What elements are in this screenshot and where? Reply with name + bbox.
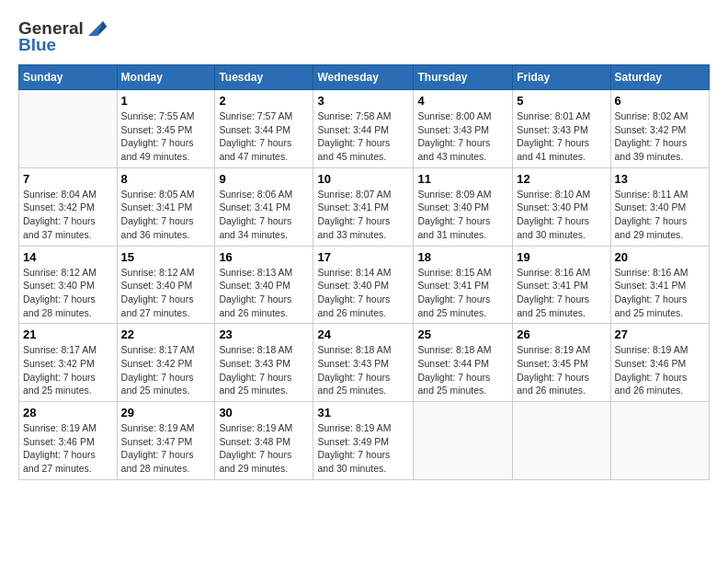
- day-info: Sunrise: 8:11 AM Sunset: 3:40 PM Dayligh…: [615, 188, 705, 242]
- day-number: 23: [219, 327, 309, 341]
- day-number: 12: [517, 172, 606, 186]
- calendar-header-monday: Monday: [117, 65, 215, 90]
- calendar-cell: [414, 402, 513, 480]
- day-info: Sunrise: 8:15 AM Sunset: 3:41 PM Dayligh…: [417, 266, 508, 320]
- calendar-cell: 3Sunrise: 7:58 AM Sunset: 3:44 PM Daylig…: [313, 90, 414, 168]
- calendar-cell: 12Sunrise: 8:10 AM Sunset: 3:40 PM Dayli…: [513, 167, 610, 246]
- calendar-cell: 9Sunrise: 8:06 AM Sunset: 3:41 PM Daylig…: [215, 167, 313, 246]
- day-number: 9: [219, 172, 309, 186]
- calendar-cell: 6Sunrise: 8:02 AM Sunset: 3:42 PM Daylig…: [610, 90, 709, 168]
- day-info: Sunrise: 8:17 AM Sunset: 3:42 PM Dayligh…: [121, 343, 211, 397]
- calendar-cell: 5Sunrise: 8:01 AM Sunset: 3:43 PM Daylig…: [513, 90, 610, 168]
- day-number: 17: [317, 250, 409, 264]
- day-number: 26: [517, 327, 606, 341]
- page-header: General Blue: [18, 18, 710, 55]
- calendar-cell: 22Sunrise: 8:17 AM Sunset: 3:42 PM Dayli…: [117, 324, 215, 402]
- day-info: Sunrise: 8:18 AM Sunset: 3:43 PM Dayligh…: [317, 343, 409, 397]
- day-info: Sunrise: 8:05 AM Sunset: 3:41 PM Dayligh…: [121, 188, 211, 242]
- day-number: 1: [121, 94, 211, 108]
- calendar-week-row: 28Sunrise: 8:19 AM Sunset: 3:46 PM Dayli…: [19, 402, 710, 480]
- day-info: Sunrise: 7:58 AM Sunset: 3:44 PM Dayligh…: [317, 109, 409, 164]
- calendar-cell: 23Sunrise: 8:18 AM Sunset: 3:43 PM Dayli…: [215, 324, 313, 402]
- calendar-table: SundayMondayTuesdayWednesdayThursdayFrid…: [18, 64, 710, 480]
- day-info: Sunrise: 8:01 AM Sunset: 3:43 PM Dayligh…: [517, 109, 606, 164]
- calendar-cell: 1Sunrise: 7:55 AM Sunset: 3:45 PM Daylig…: [117, 90, 215, 168]
- day-info: Sunrise: 8:19 AM Sunset: 3:45 PM Dayligh…: [517, 343, 606, 397]
- day-number: 20: [615, 250, 705, 264]
- day-info: Sunrise: 8:16 AM Sunset: 3:41 PM Dayligh…: [615, 266, 705, 320]
- calendar-cell: 4Sunrise: 8:00 AM Sunset: 3:43 PM Daylig…: [414, 90, 513, 168]
- day-number: 24: [317, 327, 409, 341]
- calendar-header-row: SundayMondayTuesdayWednesdayThursdayFrid…: [19, 65, 710, 90]
- day-number: 21: [23, 327, 113, 341]
- calendar-cell: 13Sunrise: 8:11 AM Sunset: 3:40 PM Dayli…: [610, 167, 709, 246]
- day-number: 14: [23, 250, 113, 264]
- calendar-cell: 7Sunrise: 8:04 AM Sunset: 3:42 PM Daylig…: [19, 167, 118, 246]
- day-info: Sunrise: 8:10 AM Sunset: 3:40 PM Dayligh…: [517, 188, 606, 242]
- calendar-week-row: 1Sunrise: 7:55 AM Sunset: 3:45 PM Daylig…: [19, 90, 710, 168]
- calendar-cell: 27Sunrise: 8:19 AM Sunset: 3:46 PM Dayli…: [610, 324, 709, 402]
- day-info: Sunrise: 8:07 AM Sunset: 3:41 PM Dayligh…: [317, 188, 409, 242]
- calendar-cell: 14Sunrise: 8:12 AM Sunset: 3:40 PM Dayli…: [19, 246, 118, 324]
- calendar-cell: 29Sunrise: 8:19 AM Sunset: 3:47 PM Dayli…: [117, 402, 215, 480]
- day-info: Sunrise: 8:17 AM Sunset: 3:42 PM Dayligh…: [23, 343, 113, 397]
- logo-blue-text: Blue: [18, 35, 56, 55]
- calendar-cell: 11Sunrise: 8:09 AM Sunset: 3:40 PM Dayli…: [414, 167, 513, 246]
- day-info: Sunrise: 7:55 AM Sunset: 3:45 PM Dayligh…: [121, 109, 211, 164]
- day-info: Sunrise: 7:57 AM Sunset: 3:44 PM Dayligh…: [219, 109, 309, 164]
- day-info: Sunrise: 8:18 AM Sunset: 3:43 PM Dayligh…: [219, 343, 309, 397]
- calendar-cell: 8Sunrise: 8:05 AM Sunset: 3:41 PM Daylig…: [117, 167, 215, 246]
- day-info: Sunrise: 8:02 AM Sunset: 3:42 PM Dayligh…: [615, 109, 705, 164]
- day-number: 25: [417, 327, 508, 341]
- day-info: Sunrise: 8:18 AM Sunset: 3:44 PM Dayligh…: [417, 343, 508, 397]
- calendar-header-thursday: Thursday: [414, 65, 513, 90]
- day-info: Sunrise: 8:19 AM Sunset: 3:46 PM Dayligh…: [23, 421, 113, 476]
- day-info: Sunrise: 8:19 AM Sunset: 3:46 PM Dayligh…: [615, 343, 705, 397]
- calendar-cell: 21Sunrise: 8:17 AM Sunset: 3:42 PM Dayli…: [19, 324, 118, 402]
- day-number: 13: [615, 172, 705, 186]
- day-number: 29: [121, 406, 211, 419]
- day-number: 4: [417, 94, 508, 108]
- calendar-cell: 19Sunrise: 8:16 AM Sunset: 3:41 PM Dayli…: [513, 246, 610, 324]
- day-info: Sunrise: 8:04 AM Sunset: 3:42 PM Dayligh…: [23, 188, 113, 242]
- day-number: 27: [615, 327, 705, 341]
- calendar-cell: 17Sunrise: 8:14 AM Sunset: 3:40 PM Dayli…: [313, 246, 414, 324]
- day-number: 10: [317, 172, 409, 186]
- day-number: 2: [219, 94, 309, 108]
- logo-icon: [85, 19, 107, 38]
- calendar-header-friday: Friday: [513, 65, 610, 90]
- day-number: 28: [23, 406, 113, 419]
- day-info: Sunrise: 8:12 AM Sunset: 3:40 PM Dayligh…: [121, 266, 211, 320]
- day-info: Sunrise: 8:12 AM Sunset: 3:40 PM Dayligh…: [23, 266, 113, 320]
- calendar-header-wednesday: Wednesday: [313, 65, 414, 90]
- day-number: 8: [121, 172, 211, 186]
- calendar-cell: 26Sunrise: 8:19 AM Sunset: 3:45 PM Dayli…: [513, 324, 610, 402]
- day-info: Sunrise: 8:09 AM Sunset: 3:40 PM Dayligh…: [417, 188, 508, 242]
- calendar-header-tuesday: Tuesday: [215, 65, 313, 90]
- calendar-cell: 16Sunrise: 8:13 AM Sunset: 3:40 PM Dayli…: [215, 246, 313, 324]
- day-number: 30: [219, 406, 309, 419]
- day-info: Sunrise: 8:13 AM Sunset: 3:40 PM Dayligh…: [219, 266, 309, 320]
- logo: General Blue: [18, 18, 107, 55]
- day-info: Sunrise: 8:00 AM Sunset: 3:43 PM Dayligh…: [417, 109, 508, 164]
- day-number: 18: [417, 250, 508, 264]
- calendar-cell: 10Sunrise: 8:07 AM Sunset: 3:41 PM Dayli…: [313, 167, 414, 246]
- day-number: 31: [317, 406, 409, 419]
- calendar-cell: [610, 402, 709, 480]
- calendar-cell: 25Sunrise: 8:18 AM Sunset: 3:44 PM Dayli…: [414, 324, 513, 402]
- calendar-cell: 15Sunrise: 8:12 AM Sunset: 3:40 PM Dayli…: [117, 246, 215, 324]
- calendar-cell: 31Sunrise: 8:19 AM Sunset: 3:49 PM Dayli…: [313, 402, 414, 480]
- day-number: 11: [417, 172, 508, 186]
- calendar-week-row: 21Sunrise: 8:17 AM Sunset: 3:42 PM Dayli…: [19, 324, 710, 402]
- calendar-cell: [513, 402, 610, 480]
- calendar-header-sunday: Sunday: [19, 65, 118, 90]
- calendar-week-row: 7Sunrise: 8:04 AM Sunset: 3:42 PM Daylig…: [19, 167, 710, 246]
- day-info: Sunrise: 8:19 AM Sunset: 3:49 PM Dayligh…: [317, 421, 409, 476]
- day-number: 3: [317, 94, 409, 108]
- day-info: Sunrise: 8:19 AM Sunset: 3:48 PM Dayligh…: [219, 421, 309, 476]
- day-number: 22: [121, 327, 211, 341]
- calendar-cell: 2Sunrise: 7:57 AM Sunset: 3:44 PM Daylig…: [215, 90, 313, 168]
- calendar-cell: 18Sunrise: 8:15 AM Sunset: 3:41 PM Dayli…: [414, 246, 513, 324]
- calendar-week-row: 14Sunrise: 8:12 AM Sunset: 3:40 PM Dayli…: [19, 246, 710, 324]
- day-number: 5: [517, 94, 606, 108]
